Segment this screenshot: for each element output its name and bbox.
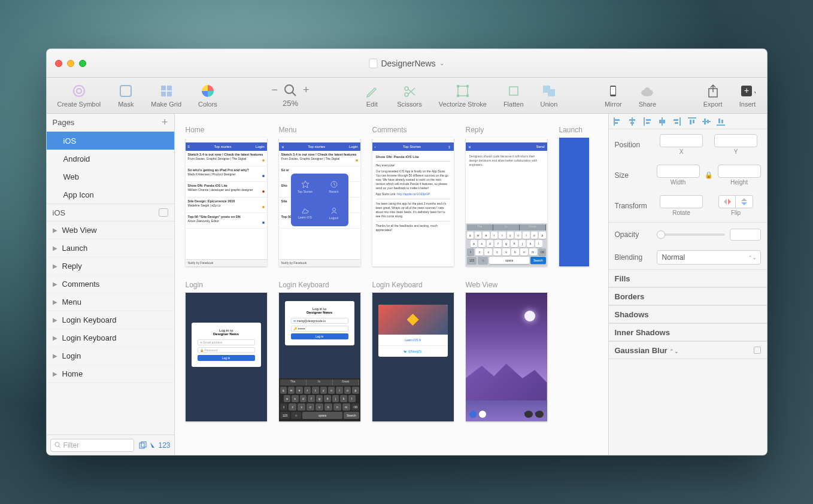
canvas[interactable]: Home ≡Top storiesLogin Sketch 3.4 is out… <box>175 114 608 455</box>
layer-item[interactable]: ▶Login Keyboard <box>47 329 174 347</box>
svg-rect-46 <box>659 120 665 123</box>
layer-item[interactable]: ▶Home <box>47 365 174 383</box>
minimize-icon[interactable] <box>67 60 74 67</box>
svg-rect-2 <box>120 86 131 96</box>
artboard-login[interactable]: Log in toDesigner News ✉Email address 🔒P… <box>186 293 267 421</box>
align-left-icon[interactable] <box>644 117 652 126</box>
artboard-label[interactable]: Login <box>186 281 267 289</box>
layer-item[interactable]: ▶Launch <box>47 239 174 257</box>
artboard-label[interactable]: Launch <box>559 126 608 134</box>
create-symbol-button[interactable]: Create Symbol <box>53 83 106 108</box>
artboard-webview[interactable]: ‹› <box>466 293 547 421</box>
align-bottom-icon[interactable] <box>717 117 725 126</box>
layer-item[interactable]: ▶Reply <box>47 257 174 275</box>
edit-button[interactable]: Edit <box>359 83 385 108</box>
blending-dropdown[interactable]: Normal⌃⌄ <box>657 250 761 265</box>
filter-meta[interactable]: 123 <box>139 441 170 450</box>
window-title[interactable]: DesignerNews ⌄ <box>369 59 444 68</box>
flatten-button[interactable]: Flatten <box>499 83 529 108</box>
flip-buttons[interactable] <box>718 195 753 208</box>
artboard-home[interactable]: ≡Top storiesLogin Sketch 3.4 is out now … <box>186 138 267 266</box>
fills-section[interactable]: Fills <box>609 269 767 287</box>
align-right-icon[interactable] <box>672 117 681 126</box>
layer-item[interactable]: ▶Web View <box>47 221 174 239</box>
filter-row: Filter 123 <box>47 435 174 455</box>
artboard-label[interactable]: Login Keyboard <box>372 281 454 289</box>
position-y-input[interactable] <box>714 134 757 147</box>
add-page-icon[interactable]: + <box>162 116 168 129</box>
page-item-web[interactable]: Web <box>47 168 174 186</box>
svg-rect-54 <box>704 119 706 125</box>
grid-icon <box>158 83 175 99</box>
flip-h-icon[interactable] <box>719 196 736 208</box>
artboard-login-keyboard-2[interactable]: Learn iOS 9 🐦 @MengTo <box>372 293 454 421</box>
rotate-input[interactable] <box>660 195 703 208</box>
align-top-icon[interactable] <box>688 117 696 126</box>
svg-line-12 <box>408 89 415 95</box>
shadows-section[interactable]: Shadows <box>609 305 767 323</box>
artboard-label[interactable]: Login Keyboard <box>279 281 360 289</box>
collapse-icon[interactable] <box>159 208 168 217</box>
export-button[interactable]: Export <box>699 83 727 108</box>
pages-list: iOS Android Web App Icon <box>47 132 174 204</box>
scissors-button[interactable]: Scissors <box>392 83 427 108</box>
share-button[interactable]: Share <box>634 83 661 108</box>
width-input[interactable] <box>657 165 700 178</box>
align-vcenter-icon[interactable] <box>702 117 711 126</box>
artboard-comments[interactable]: ‹Top Stories⇪ Show DN: Panda iOS Lite He… <box>372 138 454 266</box>
blur-checkbox[interactable] <box>754 347 761 354</box>
magnifier-icon <box>284 84 297 97</box>
position-x-input[interactable] <box>660 134 703 147</box>
mirror-button[interactable]: Mirror <box>600 83 627 108</box>
svg-rect-6 <box>167 92 172 96</box>
layer-item[interactable]: ▶Comments <box>47 275 174 293</box>
page-item-android[interactable]: Android <box>47 150 174 168</box>
make-grid-button[interactable]: Make Grid <box>146 83 186 108</box>
svg-rect-48 <box>674 119 678 121</box>
layer-item[interactable]: ▶Login Keyboard <box>47 311 174 329</box>
svg-line-9 <box>292 92 296 96</box>
artboard-launch[interactable] <box>559 138 589 266</box>
mirror-icon <box>605 83 621 99</box>
zoom-in-icon[interactable]: + <box>303 84 310 96</box>
traffic-lights <box>47 60 95 67</box>
artboard-label[interactable]: Comments <box>372 126 454 134</box>
mask-button[interactable]: Mask <box>113 83 139 108</box>
colors-button[interactable]: Colors <box>193 83 222 108</box>
layer-item[interactable]: ▶Login <box>47 347 174 365</box>
page-item-ios[interactable]: iOS <box>47 132 174 150</box>
opacity-input[interactable] <box>730 229 761 241</box>
align-center-icon[interactable] <box>628 117 636 126</box>
layer-item[interactable]: ▶Menu <box>47 293 174 311</box>
close-icon[interactable] <box>55 60 62 67</box>
artboard-label[interactable]: Home <box>186 126 267 134</box>
artboard-label[interactable]: Web View <box>466 281 547 289</box>
align-left-icon[interactable] <box>614 117 622 126</box>
blur-section[interactable]: Gaussian Blur ⌃⌄ <box>609 341 767 359</box>
vectorize-button[interactable]: Vectorize Stroke <box>434 83 492 108</box>
export-icon <box>705 83 721 99</box>
opacity-slider[interactable] <box>657 233 725 236</box>
artboard-label[interactable]: Menu <box>279 126 360 134</box>
layer-section-header[interactable]: iOS <box>47 204 174 221</box>
maximize-icon[interactable] <box>79 60 86 67</box>
app-window: DesignerNews ⌄ Create Symbol Mask Make G… <box>46 48 768 456</box>
inner-shadows-section[interactable]: Inner Shadows <box>609 323 767 341</box>
align-hcenter-icon[interactable] <box>658 117 666 126</box>
lock-icon[interactable]: 🔒 <box>705 171 713 179</box>
zoom-out-icon[interactable]: − <box>272 84 278 96</box>
svg-rect-40 <box>629 119 635 121</box>
artboard-menu[interactable]: ✕Top storiesLogin Sketch 3.4 is out now … <box>279 138 360 266</box>
artboard-reply[interactable]: ✕Send Designers should code because it w… <box>466 138 547 266</box>
borders-section[interactable]: Borders <box>609 287 767 305</box>
filter-input[interactable]: Filter <box>50 439 135 452</box>
svg-rect-14 <box>458 86 468 96</box>
flip-v-icon[interactable] <box>736 196 753 208</box>
artboard-login-keyboard[interactable]: Log in toDesigner News ✉meng@designcode.… <box>279 293 360 421</box>
artboard-label[interactable]: Reply <box>466 126 547 134</box>
zoom-control[interactable]: − + 25% <box>260 84 321 108</box>
height-input[interactable] <box>718 165 761 178</box>
insert-button[interactable]: +▾ Insert <box>735 83 761 108</box>
union-button[interactable]: Union <box>536 83 563 108</box>
page-item-appicon[interactable]: App Icon <box>47 186 174 204</box>
